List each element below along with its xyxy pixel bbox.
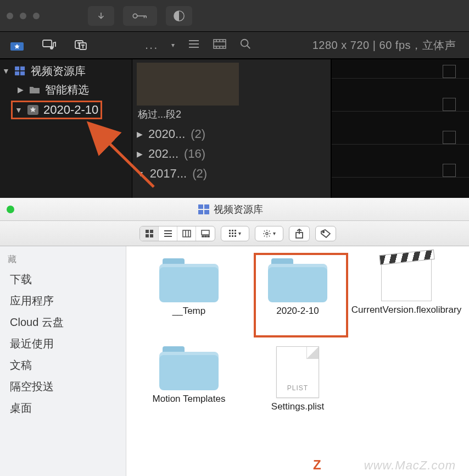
disclosure-triangle-icon[interactable]: ▶ (16, 85, 24, 94)
view-mode-segment[interactable] (139, 226, 215, 241)
svg-rect-3 (10, 40, 24, 42)
gallery-view-button[interactable] (196, 226, 215, 241)
svg-rect-15 (146, 234, 149, 237)
browser-row[interactable]: ▼ 2017... (2) (137, 164, 326, 184)
file-item-motion-templates[interactable]: Motion Templates (139, 346, 238, 412)
search-icon[interactable] (239, 38, 252, 52)
tree-root[interactable]: ▼ 视频资源库 (0, 62, 132, 80)
svg-rect-29 (232, 235, 233, 237)
disclosure-triangle-icon[interactable]: ▼ (2, 67, 10, 75)
window-title: 视频资源库 (14, 203, 447, 216)
disclosure-triangle-icon[interactable]: ▼ (137, 169, 144, 178)
file-label: Settings.plist (271, 401, 324, 412)
traffic-light-max[interactable] (7, 206, 14, 213)
finder-window: 视频资源库 ▾ ▾ (0, 198, 469, 476)
folder-icon (159, 258, 219, 302)
music-tab[interactable] (42, 39, 56, 51)
file-item-currentversion[interactable]: CurrentVersion.flexolibrary (357, 258, 456, 326)
svg-rect-25 (229, 233, 231, 234)
svg-rect-14 (150, 230, 153, 233)
library-tab[interactable] (10, 39, 24, 51)
fcplibrary-icon (198, 204, 210, 214)
library-icon (14, 66, 26, 76)
tabbar-left (0, 39, 132, 51)
svg-rect-26 (232, 233, 233, 234)
icon-view-button[interactable] (140, 226, 159, 241)
grid-small-icon (229, 230, 237, 237)
svg-point-33 (323, 231, 325, 233)
chevron-down-icon[interactable]: ▾ (171, 41, 175, 49)
timeline-slot[interactable] (443, 98, 456, 111)
sidebar-item-downloads[interactable]: 下载 (0, 269, 126, 290)
half-circle-icon (173, 10, 185, 22)
event-star-icon (27, 105, 39, 115)
share-button[interactable] (289, 226, 310, 241)
enhance-button[interactable] (166, 6, 192, 26)
sidebar-item-airdrop[interactable]: 隔空投送 (0, 376, 126, 397)
svg-point-31 (266, 233, 268, 235)
list-icon (164, 230, 172, 237)
timeline-slot[interactable] (443, 65, 456, 78)
svg-rect-22 (229, 230, 231, 231)
disclosure-triangle-icon[interactable]: ▶ (137, 150, 143, 158)
action-menu-button[interactable]: ▾ (255, 226, 283, 241)
sidebar-item-applications[interactable]: 应用程序 (0, 290, 126, 312)
file-item-temp[interactable]: __Temp (139, 258, 238, 326)
row-name: 202... (148, 147, 178, 161)
arrange-segment[interactable]: ▾ (221, 226, 249, 241)
folder-icon (159, 346, 219, 390)
clapperboard-icon (381, 258, 432, 301)
clip-thumbnail[interactable] (137, 63, 239, 106)
svg-rect-27 (235, 233, 236, 234)
column-view-button[interactable] (177, 226, 196, 241)
traffic-light-max[interactable] (33, 13, 40, 19)
traffic-light-min[interactable] (20, 13, 26, 19)
gallery-icon (201, 230, 210, 237)
svg-rect-21 (208, 236, 209, 237)
row-name: 2017... (150, 167, 187, 181)
list-view-icon[interactable] (188, 39, 200, 51)
disclosure-triangle-icon[interactable]: ▶ (137, 130, 143, 139)
finder-body: 藏 下载 应用程序 Cloud 云盘 最近使用 文稿 隔空投送 桌面 __Tem… (0, 246, 469, 476)
list-view-button[interactable] (159, 226, 177, 241)
fcp-sidebar: ▼ 视频资源库 ▶ 智能精选 ▼ 2020-2-10 (0, 59, 132, 198)
svg-rect-18 (202, 230, 209, 235)
tree-label: 2020-2-10 (43, 103, 98, 117)
timeline-slot[interactable] (443, 164, 456, 177)
more-icon[interactable]: ... (145, 38, 158, 52)
disclosure-triangle-icon[interactable]: ▼ (15, 106, 23, 114)
filmstrip-icon[interactable] (213, 39, 226, 51)
svg-rect-30 (235, 235, 236, 237)
row-name: 2020... (148, 127, 185, 141)
tags-button[interactable] (315, 226, 336, 241)
row-count: (2) (192, 167, 207, 181)
titles-tab[interactable] (74, 39, 88, 51)
gear-icon (263, 229, 271, 238)
plist-badge: PLIST (287, 384, 308, 392)
sidebar-item-icloud[interactable]: Cloud 云盘 (0, 312, 126, 333)
svg-rect-28 (229, 235, 231, 237)
browser-row[interactable]: ▶ 2020... (2) (137, 124, 326, 144)
browser-row[interactable]: ▶ 202... (16) (137, 144, 326, 164)
tree-event-highlighted[interactable]: ▼ 2020-2-10 (0, 99, 132, 121)
sidebar-item-recents[interactable]: 最近使用 (0, 333, 126, 355)
document-icon: PLIST (276, 346, 319, 398)
svg-point-5 (50, 46, 53, 49)
sidebar-item-documents[interactable]: 文稿 (0, 355, 126, 376)
file-item-settings-plist[interactable]: PLIST Settings.plist (248, 346, 347, 412)
row-count: (2) (191, 127, 205, 141)
arrange-button[interactable]: ▾ (221, 226, 249, 241)
import-button[interactable] (88, 6, 114, 26)
tree-label: 智能精选 (45, 82, 89, 97)
traffic-light-close[interactable] (7, 13, 13, 19)
svg-rect-24 (235, 230, 236, 231)
svg-rect-4 (43, 40, 52, 47)
tree-smart[interactable]: ▶ 智能精选 (0, 80, 132, 99)
sidebar-category: 藏 (0, 252, 126, 269)
keyword-button[interactable] (123, 6, 157, 26)
timeline-slot[interactable] (443, 131, 456, 144)
sidebar-item-desktop[interactable]: 桌面 (0, 397, 126, 419)
svg-rect-19 (202, 236, 204, 237)
fcp-timeline-pane (332, 59, 469, 198)
window-title-text: 视频资源库 (214, 203, 263, 216)
